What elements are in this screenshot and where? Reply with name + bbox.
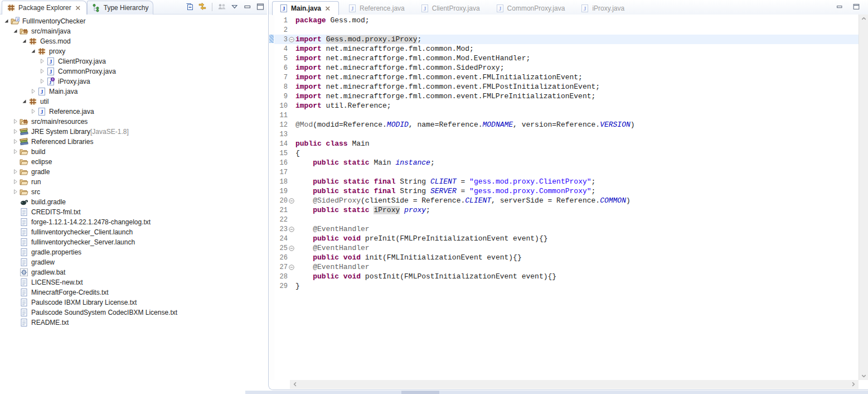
collapse-all-icon[interactable] — [185, 2, 194, 11]
scroll-up-icon[interactable] — [859, 16, 868, 22]
code-line[interactable]: 27 @EventHandler — [274, 262, 859, 272]
editor-tab-commonproxy-java[interactable]: JCommonProxy.java — [489, 1, 572, 15]
minimize-icon[interactable] — [836, 3, 845, 12]
tree-item-forge-1-12-1-14-22-1-2478-changelog-txt[interactable]: forge-1.12.1-14.22.1.2478-changelog.txt — [0, 217, 267, 227]
code-line[interactable]: 16 public static Main instance; — [274, 158, 859, 167]
code-line[interactable]: 26 public void init(FMLInitializationEve… — [274, 253, 859, 262]
expand-arrow-icon[interactable] — [30, 88, 37, 95]
expand-arrow-icon[interactable] — [39, 58, 46, 65]
tree-item-src-main-resources[interactable]: src/main/resources — [0, 117, 267, 127]
horizontal-scrollbar[interactable] — [290, 380, 859, 389]
tree-item-gradlew-bat[interactable]: gradlew.bat — [0, 267, 267, 277]
code-line[interactable]: 2 — [274, 25, 859, 35]
code-line[interactable]: 3import Gess.mod.proxy.iProxy; — [274, 35, 859, 44]
editor-tab-reference-java[interactable]: JReference.java — [341, 1, 411, 15]
close-icon[interactable] — [74, 4, 82, 12]
code-line[interactable]: 4import net.minecraftforge.fml.common.Mo… — [274, 44, 859, 54]
code-line[interactable]: 7import net.minecraftforge.fml.common.ev… — [274, 73, 859, 82]
code-line[interactable]: 9import net.minecraftforge.fml.common.ev… — [274, 92, 859, 101]
tree-item-proxy[interactable]: proxy — [0, 46, 267, 56]
code-line[interactable]: 29} — [274, 281, 859, 291]
collapse-arrow-icon[interactable] — [21, 38, 28, 45]
vertical-scrollbar[interactable] — [859, 15, 868, 380]
view-tab-package-explorer[interactable]: Package Explorer — [2, 1, 87, 15]
tree-item-license-new-txt[interactable]: LICENSE-new.txt — [0, 277, 267, 287]
tree-item-commonproxy-java[interactable]: JCommonProxy.java — [0, 66, 267, 76]
project-tree[interactable]: JFullInventoryCheckersrc/main/javaGess.m… — [0, 16, 267, 390]
code-line[interactable]: 21 public static iProxy proxy; — [274, 205, 859, 215]
fold-collapse-icon[interactable] — [288, 265, 295, 270]
expand-arrow-icon[interactable] — [12, 148, 20, 155]
tree-item-run[interactable]: run — [0, 177, 267, 187]
code-line[interactable]: 8import net.minecraftforge.fml.common.ev… — [274, 82, 859, 92]
fold-collapse-icon[interactable] — [288, 246, 295, 251]
expand-arrow-icon[interactable] — [12, 138, 20, 145]
editor-tab-iproxy-java[interactable]: JiProxy.java — [574, 1, 631, 15]
scroll-left-icon[interactable] — [292, 381, 298, 389]
expand-arrow-icon[interactable] — [12, 128, 20, 135]
fold-collapse-icon[interactable] — [288, 198, 295, 204]
code-line[interactable]: 23 @EventHandler — [274, 224, 859, 234]
code-line[interactable]: 28 public void postInit(FMLPostInitializ… — [274, 272, 859, 281]
collapse-arrow-icon[interactable] — [30, 48, 37, 55]
tree-item-util[interactable]: util — [0, 97, 267, 107]
code-line[interactable]: 24 public void preInit(FMLPreInitializat… — [274, 234, 859, 243]
expand-arrow-icon[interactable] — [30, 108, 37, 115]
view-tab-type-hierarchy[interactable]: Type Hierarchy — [87, 1, 154, 15]
code-line[interactable]: 6import net.minecraftforge.fml.common.Si… — [274, 63, 859, 73]
tree-item-clientproxy-java[interactable]: JClientProxy.java — [0, 56, 267, 66]
expand-arrow-icon[interactable] — [12, 118, 20, 125]
scroll-down-icon[interactable] — [859, 373, 868, 379]
maximize-icon[interactable] — [256, 2, 265, 11]
tree-item-build-gradle[interactable]: build.gradle — [0, 197, 267, 207]
code-editor[interactable]: 1package Gess.mod;23import Gess.mod.prox… — [269, 15, 859, 380]
expand-arrow-icon[interactable] — [39, 68, 46, 75]
code-line[interactable]: 20 @SidedProxy(clientSide = Reference.CL… — [274, 196, 859, 205]
maximize-icon[interactable] — [852, 3, 861, 12]
code-line[interactable]: 13 — [274, 129, 859, 139]
code-line[interactable]: 10import util.Reference; — [274, 101, 859, 110]
tree-item-fullinventorychecker[interactable]: JFullInventoryChecker — [0, 16, 267, 26]
tree-item-referenced-libraries[interactable]: Referenced Libraries — [0, 137, 267, 147]
close-icon[interactable] — [324, 4, 332, 12]
tree-item-gradlew[interactable]: gradlew — [0, 257, 267, 267]
code-line[interactable]: 5import net.minecraftforge.fml.common.Mo… — [274, 54, 859, 63]
tree-item-paulscode-soundsystem-codecibxm-license-txt[interactable]: Paulscode SoundSystem CodecIBXM License.… — [0, 307, 267, 318]
code-line[interactable]: 14public class Main — [274, 139, 859, 148]
tree-item-gess-mod[interactable]: Gess.mod — [0, 36, 267, 46]
tree-item-readme-txt[interactable]: README.txt — [0, 318, 267, 328]
tree-item-gradle-properties[interactable]: gradle.properties — [0, 247, 267, 257]
tree-item-src-main-java[interactable]: src/main/java — [0, 26, 267, 36]
focus-on-active-task-icon[interactable] — [217, 2, 226, 11]
tree-item-iproxy-java[interactable]: JIiProxy.java — [0, 76, 267, 87]
editor-tab-clientproxy-java[interactable]: JClientProxy.java — [414, 1, 487, 15]
tree-item-eclipse[interactable]: eclipse — [0, 157, 267, 167]
code-line[interactable]: 18 public static final String CLIENT = "… — [274, 177, 859, 186]
editor-tab-main-java[interactable]: JMain.java — [272, 1, 339, 15]
expand-arrow-icon[interactable] — [12, 179, 20, 185]
tree-item-fullinventorychecker-server-launch[interactable]: fullinventorychecker_Server.launch — [0, 237, 267, 247]
collapse-arrow-icon[interactable] — [12, 28, 20, 35]
fold-collapse-icon[interactable] — [288, 37, 295, 42]
view-menu-icon[interactable] — [230, 2, 239, 11]
bottom-trim-handle[interactable] — [401, 391, 439, 394]
tree-item-src[interactable]: src — [0, 187, 267, 197]
code-line[interactable]: 11 — [274, 110, 859, 120]
code-line[interactable]: 1package Gess.mod; — [274, 16, 859, 25]
tree-item-minecraftforge-credits-txt[interactable]: MinecraftForge-Credits.txt — [0, 287, 267, 297]
expand-arrow-icon[interactable] — [39, 78, 46, 85]
annotation-ruler[interactable] — [269, 15, 274, 380]
collapse-arrow-icon[interactable] — [21, 98, 28, 105]
code-line[interactable]: 17 — [274, 167, 859, 177]
code-line[interactable]: 15{ — [274, 148, 859, 158]
code-line[interactable]: 25 @EventHandler — [274, 243, 859, 253]
code-line[interactable]: 12@Mod(modid=Reference.MODID, name=Refer… — [274, 120, 859, 129]
code-line[interactable]: 22 — [274, 215, 859, 224]
link-with-editor-icon[interactable] — [198, 2, 207, 11]
tree-item-jre-system-library[interactable]: JRE System Library [JavaSE-1.8] — [0, 127, 267, 137]
tree-item-main-java[interactable]: JMain.java — [0, 87, 267, 97]
collapse-arrow-icon[interactable] — [3, 18, 11, 25]
tree-item-reference-java[interactable]: JReference.java — [0, 107, 267, 117]
tree-item-fullinventorychecker-client-launch[interactable]: fullinventorychecker_Client.launch — [0, 227, 267, 237]
code-line[interactable]: 19 public static final String SERVER = "… — [274, 186, 859, 196]
